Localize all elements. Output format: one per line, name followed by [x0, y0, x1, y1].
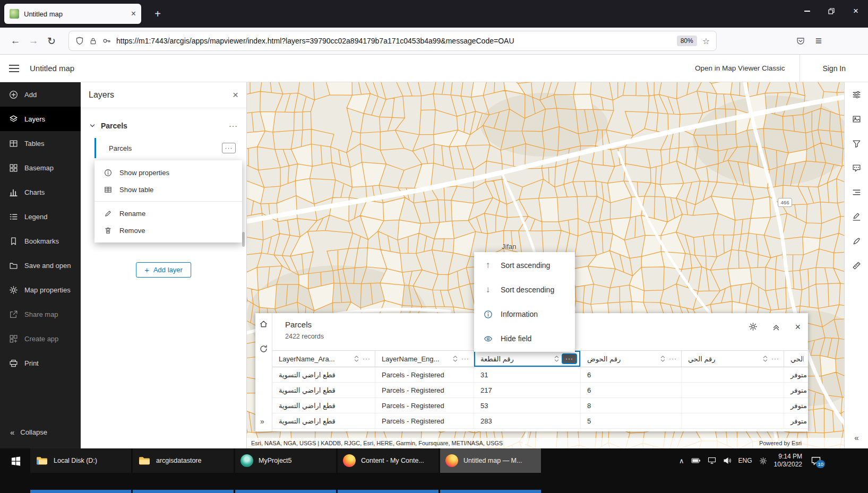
- sort-icon[interactable]: [660, 355, 666, 362]
- browser-menu-button[interactable]: ≡: [810, 32, 828, 49]
- reload-button[interactable]: ↻: [42, 32, 61, 49]
- sort-icon[interactable]: [354, 355, 359, 362]
- taskbar-app-firefox-untitled-map[interactable]: Untitled map — M...: [440, 448, 541, 473]
- taskbar-app-firefox-content[interactable]: Content - My Conte...: [338, 448, 439, 473]
- menu-item-sort-descending[interactable]: ↓ Sort descending: [474, 278, 575, 302]
- column-header-layername-eng[interactable]: LayerName_Eng... ···: [375, 351, 474, 367]
- forward-button[interactable]: →: [24, 32, 42, 49]
- column-menu-icon[interactable]: ···: [461, 355, 469, 362]
- sidebar-item-print[interactable]: Print: [0, 351, 81, 375]
- column-menu-icon[interactable]: ···: [771, 355, 779, 362]
- home-icon[interactable]: [259, 319, 268, 328]
- sidebar-item-legend[interactable]: Legend: [0, 204, 81, 229]
- taskbar-app-arcgis-pro[interactable]: MyProject5: [235, 448, 336, 473]
- taskbar-app-file-explorer[interactable]: Local Disk (D:): [30, 448, 131, 473]
- table-row[interactable]: قطع اراضي التسوية Parcels - Registered 5…: [272, 398, 808, 413]
- layers-panel-close-icon[interactable]: ×: [233, 89, 238, 101]
- layer-group-row[interactable]: Parcels ···: [81, 116, 246, 136]
- start-button[interactable]: [6, 455, 25, 468]
- column-header-layername-ara[interactable]: LayerName_Ara... ···: [272, 351, 375, 367]
- shield-icon[interactable]: [75, 37, 84, 45]
- tab-close-icon[interactable]: ×: [131, 9, 136, 19]
- window-minimize-button[interactable]: [795, 0, 819, 22]
- url-text[interactable]: https://m1:7443/arcgis/apps/mapviewer/in…: [116, 37, 672, 45]
- sidebar-item-save-and-open[interactable]: Save and open: [0, 253, 81, 278]
- menu-item-rename[interactable]: Rename: [94, 205, 242, 222]
- battery-icon[interactable]: [691, 457, 701, 464]
- column-header-block-number[interactable]: رقم الحوض ···: [581, 351, 682, 367]
- zoom-indicator[interactable]: 80%: [677, 36, 697, 46]
- sidebar-item-layers[interactable]: Layers: [0, 107, 81, 131]
- layer-row-parcels[interactable]: Parcels ···: [94, 138, 239, 158]
- column-menu-icon[interactable]: ···: [363, 355, 371, 362]
- tray-gear-icon[interactable]: [759, 457, 767, 465]
- speaker-icon[interactable]: [723, 457, 732, 464]
- menu-item-sort-ascending[interactable]: ↑ Sort ascending: [474, 253, 575, 278]
- clock[interactable]: 9:14 PM 10/3/2022: [774, 453, 802, 469]
- chevron-down-icon[interactable]: [89, 123, 96, 129]
- labels-button[interactable]: [845, 180, 868, 204]
- back-button[interactable]: ←: [6, 32, 24, 49]
- measure-button[interactable]: [845, 253, 868, 278]
- app-menu-button[interactable]: [0, 55, 30, 82]
- action-center-button[interactable]: 10: [809, 454, 823, 467]
- sort-icon[interactable]: [452, 355, 458, 362]
- lock-icon[interactable]: [89, 37, 97, 45]
- browser-tab[interactable]: Untitled map ×: [4, 4, 141, 24]
- table-close-icon[interactable]: ×: [795, 323, 801, 331]
- menu-item-remove[interactable]: Remove: [94, 222, 242, 239]
- layer-options-button[interactable]: ···: [222, 143, 236, 153]
- new-tab-button[interactable]: +: [150, 6, 166, 21]
- sidebar-collapse-button[interactable]: « Collapse: [0, 422, 81, 442]
- sort-icon[interactable]: [554, 355, 560, 362]
- open-classic-link[interactable]: Open in Map Viewer Classic: [695, 64, 800, 72]
- menu-item-information[interactable]: Information: [474, 302, 575, 326]
- window-close-button[interactable]: ×: [844, 0, 868, 22]
- expand-strip-icon[interactable]: »: [260, 417, 264, 426]
- sketch-button[interactable]: [845, 204, 868, 229]
- basemap-style-button[interactable]: [845, 107, 868, 131]
- column-header-district[interactable]: الحي: [784, 351, 808, 367]
- edit-button[interactable]: [845, 229, 868, 253]
- column-menu-icon[interactable]: ···: [669, 355, 677, 362]
- sidebar-item-tables[interactable]: Tables: [0, 131, 81, 155]
- column-header-parcel-number[interactable]: رقم القطعة ···: [474, 351, 581, 367]
- sidebar-item-bookmarks[interactable]: Bookmarks: [0, 229, 81, 253]
- table-row[interactable]: قطع اراضي التسوية Parcels - Registered 3…: [272, 367, 808, 383]
- table-row[interactable]: قطع اراضي التسوية Parcels - Registered 2…: [272, 383, 808, 398]
- group-options-icon[interactable]: ···: [229, 122, 238, 130]
- menu-item-hide-field[interactable]: Hide field: [474, 326, 575, 351]
- sidebar-item-map-properties[interactable]: Map properties: [0, 278, 81, 302]
- taskbar-app-folder[interactable]: arcgisdatastore: [133, 448, 234, 473]
- sidebar-item-basemap[interactable]: Basemap: [0, 155, 81, 180]
- menu-item-show-properties[interactable]: Show properties: [94, 164, 242, 181]
- table-row[interactable]: قطع اراضي التسوية Parcels - Registered 2…: [272, 413, 808, 429]
- key-icon[interactable]: [102, 37, 111, 45]
- sidebar-item-create-app[interactable]: Create app: [0, 326, 81, 351]
- refresh-icon[interactable]: [259, 344, 268, 353]
- url-bar[interactable]: https://m1:7443/arcgis/apps/mapviewer/in…: [69, 31, 716, 50]
- bookmark-star-icon[interactable]: ☆: [702, 36, 710, 46]
- sidebar-item-add[interactable]: Add: [0, 82, 81, 107]
- sign-in-button[interactable]: Sign In: [800, 55, 868, 82]
- right-toolbar-collapse-button[interactable]: «: [845, 429, 868, 445]
- panel-scrollbar[interactable]: [242, 232, 245, 247]
- map-canvas[interactable]: Jifan 466 » Parcels 2422 records ×: [247, 82, 844, 448]
- sidebar-item-share-map[interactable]: Share map: [0, 302, 81, 326]
- filter-button[interactable]: [845, 131, 868, 155]
- table-settings-gear-icon[interactable]: [749, 322, 758, 331]
- pocket-icon[interactable]: [792, 32, 810, 49]
- window-restore-button[interactable]: [819, 0, 844, 22]
- map-properties-button[interactable]: [845, 82, 868, 107]
- tray-chevron-up-icon[interactable]: ∧: [679, 457, 684, 465]
- popups-button[interactable]: [845, 155, 868, 180]
- sort-icon[interactable]: [762, 355, 768, 362]
- sidebar-item-charts[interactable]: Charts: [0, 180, 81, 204]
- language-indicator[interactable]: ENG: [738, 457, 752, 464]
- column-menu-icon-active[interactable]: ···: [563, 354, 576, 363]
- menu-item-show-table[interactable]: Show table: [94, 181, 242, 198]
- column-header-district-number[interactable]: رقم الحي ···: [682, 351, 784, 367]
- add-layer-button[interactable]: + Add layer: [136, 262, 191, 278]
- expand-panel-icon[interactable]: [772, 323, 780, 331]
- network-icon[interactable]: [708, 457, 716, 464]
